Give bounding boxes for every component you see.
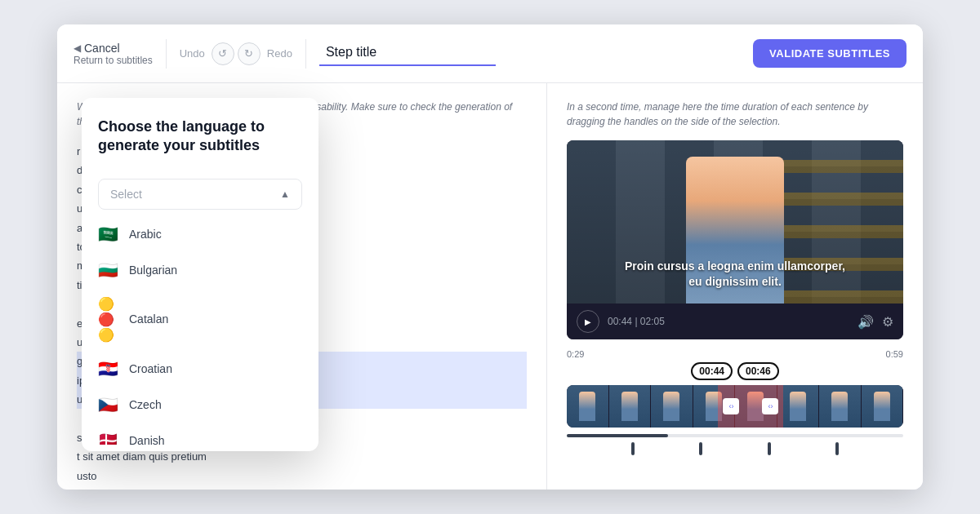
flag-catalan: 🟡🔴🟡 <box>98 296 121 343</box>
language-item-catalan[interactable]: 🟡🔴🟡 Catalan <box>82 288 318 351</box>
timeline-container: 0:29 0:59 00:44 00:46 <box>567 349 903 455</box>
video-container: Proin cursus a leogna enim ullamcorper, … <box>567 140 903 339</box>
language-item-croatian[interactable]: 🇭🇷 Croatian <box>82 351 318 387</box>
return-label: Return to subtitles <box>74 55 153 66</box>
language-item-danish[interactable]: 🇩🇰 Danish <box>82 423 318 445</box>
select-placeholder: Select <box>110 188 142 201</box>
cancel-section[interactable]: ◀ Cancel Return to subtitles <box>74 42 153 66</box>
timeline-selection[interactable]: ‹› ‹› <box>718 385 783 428</box>
language-item-arabic[interactable]: 🇸🇦 Arabic <box>82 216 318 252</box>
validate-subtitles-button[interactable]: VALIDATE SUBTITLES <box>753 39 906 68</box>
volume-icon[interactable]: 🔊 <box>858 314 874 330</box>
right-advice-text: In a second time, manage here the time d… <box>567 100 903 129</box>
flag-danish: 🇩🇰 <box>98 431 121 445</box>
language-name-catalan: Catalan <box>129 312 168 326</box>
language-name-bulgarian: Bulgarian <box>129 264 177 277</box>
video-subtitle-overlay: Proin cursus a leogna enim ullamcorper, … <box>567 259 903 290</box>
language-dropdown: Choose the language to generate your sub… <box>82 98 318 451</box>
timeline-scrubber-dots <box>567 442 903 455</box>
timeline-frame <box>819 385 862 428</box>
scrubber-dot <box>699 442 702 455</box>
time-display: 00:44 | 02:05 <box>608 316 665 327</box>
language-item-czech[interactable]: 🇨🇿 Czech <box>82 387 318 423</box>
language-list: 🇸🇦 Arabic 🇧🇬 Bulgarian 🟡🔴🟡 Catalan 🇭🇷 Cr… <box>82 216 318 445</box>
dropdown-header: Choose the language to generate your sub… <box>82 98 318 169</box>
timeline-handle-right[interactable]: ‹› <box>762 398 778 414</box>
video-frame: Proin cursus a leogna enim ullamcorper, … <box>567 140 903 304</box>
flag-czech: 🇨🇿 <box>98 395 121 414</box>
video-controls: ▶ 00:44 | 02:05 🔊 ⚙ <box>567 304 903 339</box>
step-title-input[interactable] <box>319 42 496 63</box>
dropdown-title: Choose the language to generate your sub… <box>98 117 302 156</box>
step-title-underline <box>319 64 496 66</box>
flag-arabic: 🇸🇦 <box>98 224 121 244</box>
scrubber-dot <box>768 442 771 455</box>
language-item-bulgarian[interactable]: 🇧🇬 Bulgarian <box>82 252 318 288</box>
timeline-strip[interactable]: ‹› ‹› <box>567 385 903 428</box>
undo-button[interactable]: ↺ <box>212 42 234 65</box>
header-divider <box>166 39 167 69</box>
settings-icon[interactable]: ⚙ <box>882 314 893 330</box>
main-window: ◀ Cancel Return to subtitles Undo ↺ ↻ Re… <box>57 24 923 490</box>
timeline-scrubber[interactable] <box>567 434 903 437</box>
step-title-container[interactable] <box>319 42 496 66</box>
undo-label: Undo <box>180 47 205 60</box>
scrubber-dot <box>835 442 839 455</box>
undo-redo-group: Undo ↺ ↻ Redo <box>180 42 292 65</box>
play-button[interactable]: ▶ <box>577 310 599 333</box>
subtitle-line2: eu dignissim elit. <box>567 274 903 290</box>
timeline-handle-left[interactable]: ‹› <box>723 398 739 414</box>
timeline-frame <box>651 385 693 428</box>
timeline-start-marker: 0:29 <box>567 349 584 359</box>
scrubber-dot <box>631 442 635 455</box>
flag-croatian: 🇭🇷 <box>98 359 121 379</box>
timeline-active-markers: 00:44 00:46 <box>567 362 903 380</box>
language-name-croatian: Croatian <box>129 362 172 375</box>
header-divider-2 <box>305 39 306 69</box>
language-name-czech: Czech <box>129 398 162 411</box>
timeline-frame <box>862 385 904 428</box>
timeline-markers: 0:29 0:59 <box>567 349 903 359</box>
right-panel: In a second time, manage here the time d… <box>547 83 923 490</box>
cancel-label: Cancel <box>84 42 120 55</box>
timeline-scrubber-fill <box>567 434 668 437</box>
timeline-badge-2: 00:46 <box>737 362 779 380</box>
language-name-danish: Danish <box>129 434 165 445</box>
timeline-end-marker: 0:59 <box>886 349 903 359</box>
timeline-frame <box>567 385 609 428</box>
chevron-up-icon: ▲ <box>280 188 290 200</box>
back-arrow-icon: ◀ <box>74 42 81 54</box>
flag-bulgarian: 🇧🇬 <box>98 260 121 280</box>
language-name-arabic: Arabic <box>129 228 162 241</box>
redo-button[interactable]: ↻ <box>238 42 261 65</box>
redo-label: Redo <box>267 47 292 60</box>
header: ◀ Cancel Return to subtitles Undo ↺ ↻ Re… <box>57 24 923 83</box>
timeline-badge-1: 00:44 <box>691 362 733 380</box>
timeline-frame <box>609 385 652 428</box>
select-box[interactable]: Select ▲ <box>98 179 302 210</box>
subtitle-line1: Proin cursus a leogna enim ullamcorper, <box>567 259 903 275</box>
